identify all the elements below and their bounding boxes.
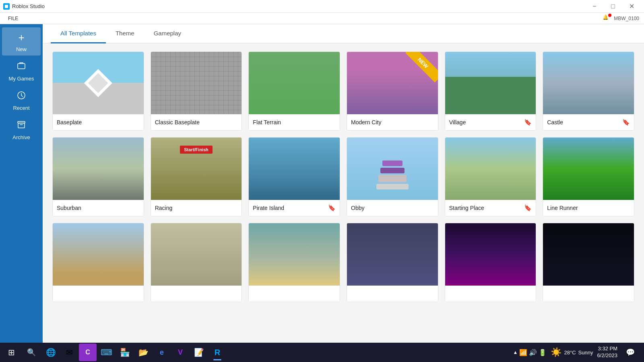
obby-tower — [376, 160, 409, 189]
sidebar-item-my-games[interactable]: My Games — [2, 57, 41, 85]
card-label-flat-terrain: Flat Terrain — [249, 114, 340, 130]
card-label-text: Castle — [547, 119, 563, 125]
card-image-r4 — [347, 223, 438, 286]
template-card-baseplate[interactable]: Baseplate — [52, 51, 144, 131]
card-image-flat-terrain — [249, 52, 340, 114]
template-card-racing[interactable]: Start/Finish Racing — [151, 137, 242, 216]
card-image-baseplate — [53, 52, 144, 114]
card-image-classic — [151, 52, 242, 114]
taskbar-app-sticky[interactable]: 📝 — [190, 343, 208, 361]
taskbar-right: ▲ 📶 🔊 🔋 ☀️ 28°C Sunny 3:32 PM 6/2/2023 💬 — [511, 343, 642, 361]
tab-theme[interactable]: Theme — [106, 24, 144, 43]
card-image-castle — [543, 52, 634, 114]
castle-bookmark[interactable]: 🔖 — [622, 119, 630, 126]
recent-icon — [17, 90, 26, 103]
sidebar-item-new[interactable]: + New — [2, 27, 41, 56]
date-display: 6/2/2023 — [597, 352, 617, 359]
notification-icon[interactable]: 🔔 — [603, 14, 611, 23]
template-card-r4[interactable] — [347, 223, 438, 302]
sidebar-label-new: New — [16, 46, 27, 52]
card-label-text: Racing — [155, 205, 173, 211]
template-card-r3[interactable] — [248, 223, 340, 302]
card-label-r5 — [445, 286, 536, 302]
taskbar-app-canva[interactable]: C — [79, 343, 97, 361]
template-card-flat-terrain[interactable]: Flat Terrain — [248, 51, 340, 131]
card-image-r3 — [249, 223, 340, 286]
baseplate-icon — [84, 69, 112, 97]
mail-icon: ✉ — [66, 348, 73, 357]
card-label-text: Baseplate — [57, 119, 82, 125]
taskbar-app-vscode[interactable]: ⌨ — [97, 343, 115, 361]
file-menu[interactable]: FILE — [5, 14, 21, 23]
card-label-text: Line Runner — [547, 205, 578, 211]
template-card-modern-city[interactable]: NEW Modern City — [347, 51, 438, 131]
start-button[interactable]: ⊞ — [2, 343, 21, 362]
pirate-bookmark[interactable]: 🔖 — [328, 204, 336, 212]
obby-block-3 — [378, 175, 407, 182]
template-card-village[interactable]: Village 🔖 — [445, 51, 537, 131]
village-bookmark[interactable]: 🔖 — [524, 119, 532, 126]
sidebar-item-archive[interactable]: Archive — [2, 116, 41, 144]
canva-icon: C — [85, 349, 90, 356]
card-label-text: Obby — [351, 205, 364, 211]
template-card-obby[interactable]: Obby — [347, 137, 438, 216]
notification-center[interactable]: 💬 — [621, 343, 639, 361]
card-label-text: Suburban — [57, 205, 81, 211]
archive-icon — [17, 120, 26, 132]
card-label-text: Pirate Island — [253, 205, 284, 211]
tab-all-templates[interactable]: All Templates — [51, 24, 106, 43]
template-card-r2[interactable] — [151, 223, 242, 302]
svg-rect-4 — [18, 123, 25, 128]
template-card-line-runner[interactable]: Line Runner — [543, 137, 634, 216]
vs-icon: V — [178, 348, 183, 357]
template-card-r1[interactable] — [52, 223, 144, 302]
notif-badge — [608, 14, 611, 17]
template-grid: Baseplate Classic Baseplate — [52, 51, 634, 302]
taskbar-app-roblox[interactable]: R — [208, 343, 226, 361]
card-image-r5 — [445, 223, 536, 286]
edge-icon: e — [160, 348, 164, 357]
obby-block-2 — [380, 168, 405, 173]
svg-rect-1 — [18, 64, 25, 69]
card-label-starting-place: Starting Place 🔖 — [445, 200, 536, 216]
obby-block-1 — [382, 160, 402, 166]
obby-block-4 — [376, 184, 409, 189]
minimize-button[interactable]: − — [585, 0, 604, 13]
card-label-text: Classic Baseplate — [155, 119, 200, 125]
my-games-icon — [17, 61, 26, 73]
template-card-classic-baseplate[interactable]: Classic Baseplate — [151, 51, 242, 131]
card-label-r3 — [249, 286, 340, 302]
template-card-starting-place[interactable]: Starting Place 🔖 — [445, 137, 537, 216]
sidebar-label-archive: Archive — [12, 134, 30, 140]
template-card-r6[interactable] — [543, 223, 634, 302]
tab-gameplay[interactable]: Gameplay — [144, 24, 191, 43]
sidebar-label-my-games: My Games — [9, 76, 34, 82]
template-card-r5[interactable] — [445, 223, 537, 302]
title-bar-left: Roblox Studio — [3, 3, 45, 10]
card-image-r1 — [53, 223, 144, 286]
card-label-text: Flat Terrain — [253, 119, 281, 125]
weather-condition: Sunny — [578, 350, 593, 356]
card-label-village: Village 🔖 — [445, 114, 536, 130]
new-banner-text: NEW — [406, 52, 438, 82]
new-icon: + — [18, 31, 24, 44]
template-card-pirate-island[interactable]: Pirate Island 🔖 — [248, 137, 340, 216]
starting-place-bookmark[interactable]: 🔖 — [524, 204, 532, 212]
taskbar-app-chrome[interactable]: 🌐 — [42, 343, 60, 361]
sidebar-item-recent[interactable]: Recent — [2, 86, 41, 114]
card-label-modern-city: Modern City — [347, 114, 438, 130]
taskbar-app-explorer[interactable]: 📂 — [134, 343, 152, 361]
title-bar: Roblox Studio − □ ✕ — [0, 0, 644, 13]
taskbar-app-store[interactable]: 🏪 — [116, 343, 134, 361]
taskbar-sys-tray[interactable]: ▲ 📶 🔊 🔋 — [511, 349, 549, 356]
taskbar-app-mail[interactable]: ✉ — [60, 343, 78, 361]
taskbar-search[interactable]: 🔍 — [22, 343, 41, 362]
taskbar-app-vs[interactable]: V — [171, 343, 189, 361]
taskbar-clock[interactable]: 3:32 PM 6/2/2023 — [594, 346, 620, 359]
template-card-castle[interactable]: Castle 🔖 — [543, 51, 634, 131]
card-label-classic: Classic Baseplate — [151, 114, 242, 130]
template-card-suburban[interactable]: Suburban — [52, 137, 144, 216]
close-button[interactable]: ✕ — [622, 0, 641, 13]
taskbar-app-edge[interactable]: e — [153, 343, 171, 361]
maximize-button[interactable]: □ — [604, 0, 622, 13]
